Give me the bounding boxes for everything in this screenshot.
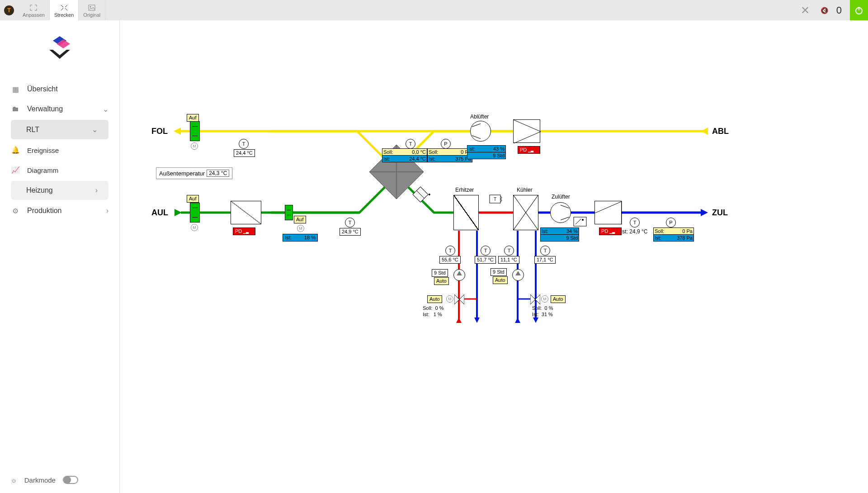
bypass-damper-state: Auf — [294, 216, 306, 223]
cooler-coil — [513, 195, 538, 230]
zul-temp-readout: Ist: 24,9 °C — [621, 228, 648, 235]
darkmode-row: ☼ Darkmode — [0, 467, 119, 493]
motor-icon: M — [446, 295, 453, 303]
sidebar-item-admin[interactable]: 🖿 Verwaltung ⌄ — [0, 99, 119, 119]
temp-sensor-icon: T — [481, 246, 491, 256]
chart-icon: 📈 — [11, 166, 20, 175]
cooler-pump-auto[interactable]: Auto — [493, 276, 508, 284]
cooler-return-temp: 17,1 °C — [534, 256, 556, 264]
mix-temp-value: 24,9 °C — [340, 228, 361, 236]
abl-pd-alarm[interactable]: PD ▁▃ — [518, 146, 540, 154]
svg-marker-23 — [454, 294, 459, 304]
bell-icon: 🔔 — [11, 146, 20, 155]
gear-icon: ⚙ — [11, 206, 20, 215]
flow-arrow-icon — [456, 318, 462, 323]
sidebar-item-rlt[interactable]: RLT ⌄ — [11, 120, 108, 139]
pressure-sensor-icon: P — [441, 139, 451, 149]
svg-marker-24 — [459, 294, 464, 304]
temp-sensor-icon: T — [504, 246, 514, 256]
motor-icon: M — [541, 295, 548, 303]
temp-sensor-icon: T — [239, 139, 249, 149]
stretch-icon — [60, 4, 69, 11]
cooler-supply-temp: 11,1 °C — [498, 256, 519, 264]
sun-icon: ☼ — [11, 476, 17, 484]
dashboard-icon: ▦ — [11, 85, 20, 94]
heater-label: Erhitzer — [455, 187, 474, 193]
motor-icon: M — [191, 224, 198, 231]
alarm-counter: 0 — [833, 5, 845, 16]
temp-sensor-icon: T — [445, 246, 455, 256]
svg-rect-20 — [574, 217, 586, 226]
motor-icon: M — [191, 142, 198, 150]
heater-pump-time: 9 Std — [432, 269, 448, 277]
svg-point-3 — [90, 6, 91, 7]
sidebar-item-label: Ereignisse — [27, 147, 59, 154]
chevron-down-icon: ⌄ — [92, 125, 98, 134]
fit-button[interactable]: Anpassen — [18, 0, 50, 20]
aul-label: AUL — [151, 208, 168, 218]
zul-filter — [594, 201, 622, 224]
bypass-damper[interactable] — [285, 205, 293, 220]
zul-fan[interactable] — [550, 202, 571, 223]
abl-fan[interactable] — [470, 121, 491, 142]
heater-soll-row: Soll: 0 % — [423, 305, 444, 311]
temp-sensor-icon: T — [540, 246, 550, 256]
heater-pump-auto[interactable]: Auto — [434, 277, 449, 285]
heater-valve-auto[interactable]: Auto — [427, 295, 442, 303]
aul-damper-state: Auf — [187, 195, 199, 203]
heater-supply-temp: 55,6 °C — [439, 256, 461, 264]
sidebar-item-heating[interactable]: Heizung › — [11, 181, 108, 200]
flow-arrow-icon — [474, 318, 480, 323]
power-icon — [854, 6, 863, 15]
svg-text:T: T — [7, 7, 11, 14]
abl-pressure-pair: Soll:0 Pa Ist:375 Pa — [427, 148, 472, 162]
sidebar-item-label: Produktion — [27, 207, 62, 215]
temp-sensor-icon: T — [406, 139, 415, 149]
cooler-valve-auto[interactable]: Auto — [551, 295, 566, 303]
outside-temp-box: Außentemperatur 24,3 °C — [156, 167, 232, 179]
svg-point-17 — [428, 193, 431, 196]
original-button[interactable]: Original — [79, 0, 105, 20]
svg-point-22 — [582, 219, 584, 221]
fol-arrow-icon — [174, 128, 181, 135]
cooler-pump[interactable] — [512, 269, 524, 281]
outside-temp-value: 24,3 °C — [207, 170, 229, 177]
temp-sensor-icon: T — [345, 218, 355, 228]
brand-logo — [0, 29, 119, 79]
sidebar-item-diagram[interactable]: 📈 Diagramm — [0, 160, 119, 180]
zul-pressure-pair: Soll:0 Pa Ist:378 Pa — [653, 228, 694, 242]
cooler-valve[interactable] — [530, 294, 540, 304]
zul-pd-alarm[interactable]: PD ▁▃ — [599, 228, 622, 235]
fol-damper[interactable] — [190, 121, 200, 141]
power-button[interactable] — [850, 0, 868, 20]
volume-muted-icon[interactable]: 🔇 — [821, 7, 828, 14]
aul-pd-alarm[interactable]: PD ▁▃ — [233, 228, 255, 235]
heater-coil — [453, 195, 479, 230]
abl-fan-info: Ist:43 % 9 Std — [467, 145, 506, 159]
cooler-pump-time: 9 Std — [491, 268, 507, 276]
svg-text:T: T — [494, 197, 496, 202]
sidebar-item-overview[interactable]: ▦ Übersicht — [0, 79, 119, 99]
cooler-label: Kühler — [517, 187, 533, 193]
sidebar-item-label: Verwaltung — [27, 105, 63, 113]
stretch-button[interactable]: Strecken — [50, 0, 79, 20]
svg-marker-26 — [535, 294, 540, 304]
aul-damper[interactable] — [190, 203, 200, 223]
pressure-sensor-icon: P — [666, 218, 676, 228]
cooler-soll-row: Soll: 0 % — [532, 305, 553, 311]
zul-arrow-icon — [701, 209, 708, 216]
heater-valve[interactable] — [454, 294, 464, 304]
topbar: T Anpassen Strecken Original ✕ 🔇 0 — [0, 0, 868, 20]
close-icon[interactable]: ✕ — [794, 4, 816, 17]
sidebar-item-events[interactable]: 🔔 Ereignisse — [0, 140, 119, 160]
heater-pump[interactable] — [453, 269, 465, 281]
abl-filter — [513, 119, 540, 143]
aul-filter — [231, 201, 261, 224]
darkmode-toggle[interactable] — [63, 476, 78, 484]
sidebar-item-label: Heizung — [26, 186, 53, 194]
heater-ist-row: Ist: 1 % — [423, 312, 442, 317]
zul-fan-label: Zulüfter — [552, 194, 570, 200]
sidebar-item-production[interactable]: ⚙ Produktion › — [0, 201, 119, 221]
stretch-label: Strecken — [54, 12, 74, 18]
fol-temp-value: 24,4 °C — [234, 149, 255, 157]
